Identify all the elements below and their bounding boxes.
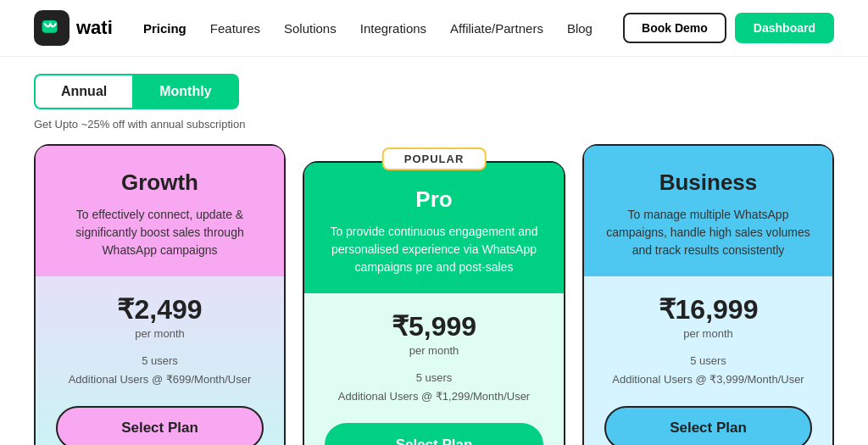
growth-card-header: Growth To effectively connect, update & … (36, 146, 284, 276)
business-select-button[interactable]: Select Plan (604, 406, 812, 445)
growth-plan-description: To effectively connect, update & signifi… (56, 206, 264, 259)
pro-users-info: 5 users Additional Users @ ₹1,299/Month/… (325, 369, 543, 406)
business-users-info: 5 users Additional Users @ ₹3,999/Month/… (604, 352, 812, 389)
discount-text: Get Upto ~25% off with annual subscripti… (34, 118, 834, 131)
logo-text: wati (76, 17, 113, 39)
nav-integrations[interactable]: Integrations (360, 21, 426, 36)
pro-select-button[interactable]: Select Plan (325, 423, 543, 445)
nav-solutions[interactable]: Solutions (284, 21, 337, 36)
pro-plan-name: Pro (325, 186, 543, 213)
business-plan-name: Business (604, 170, 812, 196)
business-price: ₹16,999 (604, 293, 812, 325)
dashboard-button[interactable]: Dashboard (735, 13, 834, 43)
pro-per-month: per month (325, 344, 543, 357)
pro-card-body: ₹5,999 per month 5 users Additional User… (304, 293, 564, 445)
annual-toggle[interactable]: Annual (34, 74, 132, 109)
growth-per-month: per month (56, 327, 264, 340)
business-plan-card: Business To manage multiple WhatsApp cam… (582, 144, 834, 445)
business-card-body: ₹16,999 per month 5 users Additional Use… (584, 276, 832, 445)
business-card-header: Business To manage multiple WhatsApp cam… (584, 146, 832, 276)
logo-icon (34, 10, 70, 46)
pricing-section: Annual Monthly Get Upto ~25% off with an… (0, 57, 868, 445)
growth-price: ₹2,499 (56, 293, 264, 325)
pro-plan-card: POPULAR Pro To provide continuous engage… (303, 161, 565, 445)
growth-plan-name: Growth (56, 170, 264, 196)
growth-select-button[interactable]: Select Plan (56, 406, 264, 445)
nav-links: Pricing Features Solutions Integrations … (143, 21, 593, 36)
growth-card-body: ₹2,499 per month 5 users Additional User… (36, 276, 284, 445)
nav-blog[interactable]: Blog (567, 21, 593, 36)
pro-card-header: Pro To provide continuous engagement and… (304, 163, 564, 293)
book-demo-button[interactable]: Book Demo (623, 13, 726, 43)
pro-plan-description: To provide continuous engagement and per… (325, 223, 543, 276)
nav-pricing[interactable]: Pricing (143, 21, 186, 36)
business-per-month: per month (604, 327, 812, 340)
navbar: wati Pricing Features Solutions Integrat… (0, 0, 868, 57)
monthly-toggle[interactable]: Monthly (132, 74, 238, 109)
growth-plan-card: Growth To effectively connect, update & … (34, 144, 286, 445)
popular-badge: POPULAR (382, 147, 487, 170)
nav-affiliate[interactable]: Affiliate/Partners (450, 21, 543, 36)
growth-users-info: 5 users Additional Users @ ₹699/Month/Us… (56, 352, 264, 389)
pro-price: ₹5,999 (325, 310, 543, 342)
nav-actions: Book Demo Dashboard (623, 13, 834, 43)
nav-features[interactable]: Features (210, 21, 260, 36)
plans-row: Growth To effectively connect, update & … (34, 144, 834, 445)
billing-toggle: Annual Monthly (34, 74, 834, 109)
business-plan-description: To manage multiple WhatsApp campaigns, h… (604, 206, 812, 259)
logo: wati (34, 10, 113, 46)
pro-plan-wrapper: POPULAR Pro To provide continuous engage… (303, 144, 565, 445)
